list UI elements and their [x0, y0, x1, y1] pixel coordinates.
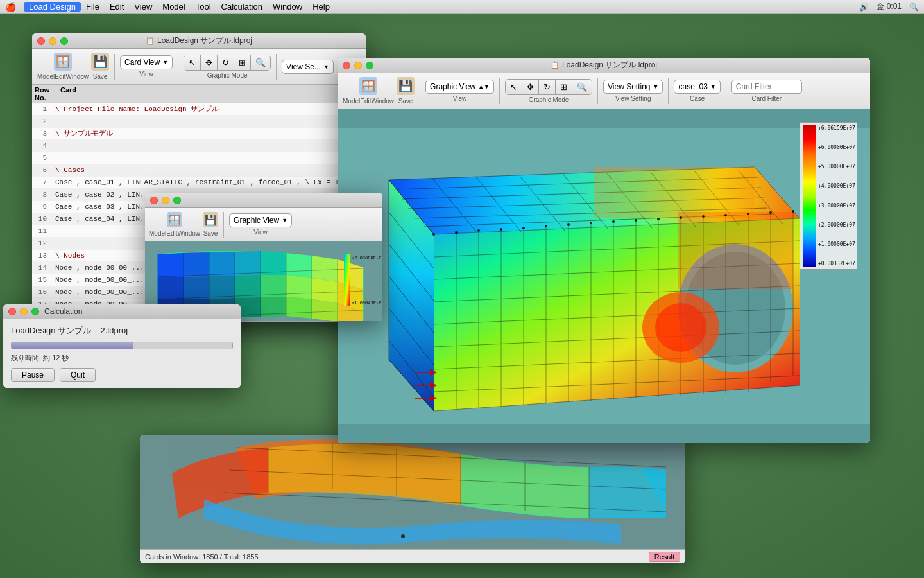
- menu-file[interactable]: File: [81, 2, 105, 12]
- graphic-view-window: 📋 LoadDesign サンプル.ldproj 🪟 ModelEditWind…: [338, 58, 870, 443]
- gv-maximize-button[interactable]: [366, 62, 373, 69]
- svg-point-71: [747, 213, 749, 215]
- gv-minimize-button[interactable]: [354, 62, 362, 69]
- svg-point-59: [477, 229, 480, 232]
- volume-icon[interactable]: 🔊: [859, 3, 869, 12]
- view-setting-btn[interactable]: View Setting ▼: [603, 80, 663, 94]
- select-btn[interactable]: ↖: [184, 55, 201, 70]
- menu-tool[interactable]: Tool: [191, 2, 216, 12]
- gv-save-btn[interactable]: 💾 Save: [397, 77, 415, 105]
- save-btn[interactable]: 💾 Save: [91, 53, 109, 80]
- small-graphic-window: 🪟 ModelEditWindow 💾 Save Graphic View ▼ …: [145, 193, 382, 321]
- menu-window[interactable]: Window: [268, 2, 307, 12]
- menu-model[interactable]: Model: [157, 2, 190, 12]
- second-result-button[interactable]: Result: [649, 552, 680, 562]
- table-row: 2: [32, 116, 366, 128]
- small-gv-titlebar: [145, 193, 382, 208]
- card-filter-input[interactable]: [732, 80, 802, 94]
- progress-bar-fill: [12, 342, 133, 349]
- svg-point-61: [522, 227, 525, 229]
- menu-calculation[interactable]: Calculation: [216, 2, 268, 12]
- color-legend: +6.06159E+07 +6.00000E+07 +5.00000E+07 +…: [800, 122, 857, 270]
- menu-help[interactable]: Help: [307, 2, 335, 12]
- sgv-close-button[interactable]: [150, 197, 158, 204]
- table-row: 4: [32, 140, 366, 152]
- calc-buttons: Pause Quit: [11, 368, 233, 382]
- pan-btn[interactable]: ✥: [201, 55, 218, 70]
- svg-point-60: [500, 228, 502, 231]
- fit-btn[interactable]: ⊞: [234, 55, 251, 70]
- small-gv-toolbar: 🪟 ModelEditWindow 💾 Save Graphic View ▼ …: [145, 208, 382, 241]
- gv-rotate-btn[interactable]: ↻: [539, 80, 556, 94]
- gv-close-button[interactable]: [343, 62, 350, 69]
- gv-model-edit-btn[interactable]: 🪟 ModelEditWindow: [343, 77, 394, 105]
- graphic-view-titlebar: 📋 LoadDesign サンプル.ldproj: [338, 58, 870, 73]
- svg-point-65: [612, 220, 615, 223]
- gv-pan-btn[interactable]: ✥: [522, 80, 539, 94]
- table-row: 1 \ Project File Name: LoadDesign サンプル: [32, 103, 366, 116]
- svg-text:+2.00000E-02: +2.00000E-02: [352, 256, 382, 261]
- gv-graphic-mode-buttons[interactable]: ↖ ✥ ↻ ⊞ 🔍: [505, 79, 592, 95]
- card-table-header: Row No. Card: [32, 85, 366, 103]
- gv-zoom-btn[interactable]: 🔍: [572, 80, 592, 94]
- calc-maximize-button[interactable]: [31, 308, 39, 315]
- calc-time-remaining: 残り時間: 約 12 秒: [11, 353, 233, 363]
- fea-mesh: [338, 109, 870, 443]
- gv-select-btn[interactable]: ↖: [506, 80, 522, 94]
- sgv-model-edit-btn[interactable]: 🪟 ModelEditWindow: [149, 212, 200, 237]
- svg-point-70: [724, 214, 727, 216]
- sgv-maximize-button[interactable]: [173, 197, 181, 204]
- minimize-button[interactable]: [49, 37, 56, 45]
- svg-point-73: [792, 210, 794, 213]
- calc-titlebar: Calculation: [3, 304, 241, 319]
- table-row: 3 \ サンプルモデル: [32, 128, 366, 140]
- second-viewport[interactable]: [140, 435, 685, 549]
- svg-point-66: [635, 219, 637, 222]
- gv-view-dropdown[interactable]: Graphic View ▲▼: [425, 80, 494, 94]
- svg-point-104: [401, 534, 405, 538]
- sgv-save-btn[interactable]: 💾 Save: [203, 212, 218, 237]
- svg-text:+1.00043E-02: +1.00043E-02: [352, 301, 382, 306]
- menu-load-design[interactable]: Load Design: [24, 2, 81, 12]
- card-view-toolbar: 🪟 ModelEditWindow 💾 Save Card View ▼ Vie…: [32, 49, 366, 85]
- progress-bar-container: [11, 342, 233, 349]
- svg-rect-55: [594, 167, 755, 218]
- svg-point-69: [702, 215, 705, 218]
- gv-fit-btn[interactable]: ⊞: [556, 80, 572, 94]
- calc-project-name: LoadDesign サンプル – 2.ldproj: [11, 325, 233, 337]
- svg-point-63: [567, 223, 570, 226]
- quit-button[interactable]: Quit: [60, 368, 96, 382]
- graphic-view-toolbar: 🪟 ModelEditWindow 💾 Save Graphic View ▲▼…: [338, 73, 870, 109]
- graphic-mode-buttons[interactable]: ↖ ✥ ↻ ⊞ 🔍: [184, 55, 271, 71]
- calc-minimize-button[interactable]: [20, 308, 28, 315]
- zoom-btn[interactable]: 🔍: [251, 55, 270, 70]
- menubar: 🍎 Load Design File Edit View Model Tool …: [0, 0, 924, 14]
- card-view-title: 📋 LoadDesign サンプル.ldproj: [146, 35, 252, 46]
- case-dropdown[interactable]: case_03 ▼: [674, 80, 720, 94]
- pause-button[interactable]: Pause: [11, 368, 55, 382]
- card-view-titlebar: 📋 LoadDesign サンプル.ldproj: [32, 33, 366, 49]
- close-button[interactable]: [37, 37, 45, 45]
- calc-close-button[interactable]: [8, 308, 16, 315]
- model-edit-window-btn[interactable]: 🪟 ModelEditWindow: [37, 53, 89, 80]
- search-icon[interactable]: 🔍: [909, 3, 919, 12]
- calc-body: LoadDesign サンプル – 2.ldproj 残り時間: 約 12 秒 …: [3, 319, 241, 388]
- sgv-minimize-button[interactable]: [162, 197, 169, 204]
- svg-point-58: [455, 231, 458, 234]
- menu-edit[interactable]: Edit: [105, 2, 129, 12]
- graphic-viewport[interactable]: +6.06159E+07 +6.00000E+07 +5.00000E+07 +…: [338, 109, 870, 443]
- svg-point-54: [655, 303, 706, 352]
- card-view-dropdown[interactable]: Card View ▼: [120, 55, 173, 69]
- table-row: 6 \ Cases: [32, 164, 366, 177]
- table-row: 5: [32, 152, 366, 164]
- svg-point-72: [769, 211, 772, 214]
- maximize-button[interactable]: [60, 37, 68, 45]
- svg-point-67: [657, 218, 660, 220]
- rotate-btn[interactable]: ↻: [218, 55, 234, 70]
- table-row: 7 Case , case_01 , LINEAR_STATIC , restr…: [32, 177, 366, 189]
- sgv-view-dropdown[interactable]: Graphic View ▼: [229, 213, 292, 227]
- apple-menu[interactable]: 🍎: [5, 2, 16, 12]
- calc-dialog-title: Calculation: [44, 307, 82, 316]
- view-setting-dropdown[interactable]: View Se... ▼: [282, 60, 334, 74]
- menu-view[interactable]: View: [129, 2, 157, 12]
